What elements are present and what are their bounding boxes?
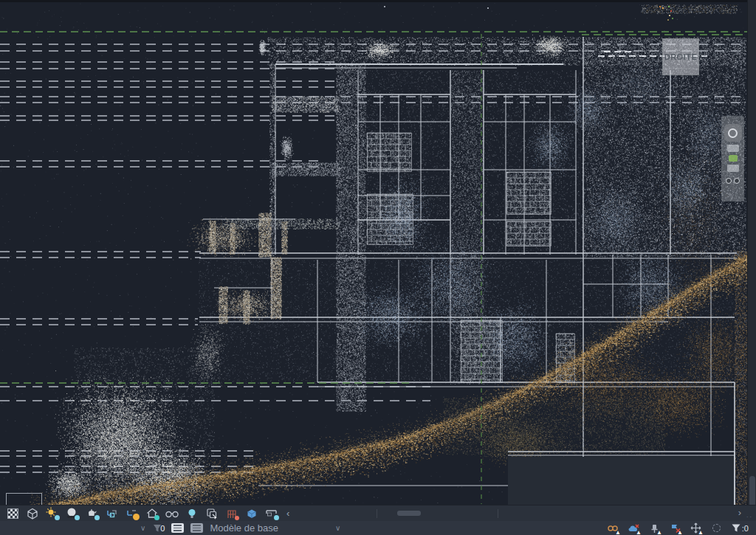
pan-icon[interactable] (727, 145, 739, 152)
sun-light-icon[interactable] (45, 506, 60, 521)
status-left-group: ∨ 0 Modèle de base ∨ (140, 521, 340, 535)
solid-cube-icon[interactable] (244, 506, 259, 521)
filter-icon[interactable]: :0 (731, 523, 749, 533)
close-icon[interactable]: × (738, 117, 742, 123)
view-edit-list-icon[interactable] (190, 523, 203, 533)
pointcloud-density-icon[interactable] (5, 506, 20, 521)
move-cursor-icon[interactable]: ▲ (690, 522, 702, 534)
horizontal-scrollbar[interactable]: › .. (295, 505, 756, 521)
selection-cycling-icon[interactable] (710, 522, 723, 534)
annotation-scale-icon[interactable]: 0 (152, 523, 165, 533)
sphere-light-icon[interactable] (65, 506, 80, 521)
view-list-icon[interactable] (171, 523, 184, 533)
window-top-edge (0, 0, 756, 2)
glasses-icon[interactable] (165, 506, 179, 521)
status-right-group: ▲ ▲ ▲ ▲ ▲ :0 (607, 521, 749, 535)
link-selection-icon[interactable]: ▲ (607, 522, 619, 534)
flag-off-icon[interactable]: ▲ (669, 522, 681, 534)
scroll-right-arrow[interactable]: › (738, 507, 741, 518)
copy-objects-icon[interactable] (205, 506, 219, 521)
resize-grip: .. (746, 511, 753, 519)
corner-snap-target-icon[interactable] (125, 506, 140, 521)
navigation-bar: × (721, 116, 744, 201)
orbit-icon[interactable] (727, 165, 739, 172)
teapot-render-icon[interactable] (85, 506, 100, 521)
cloud-off-icon[interactable]: ▲ (628, 522, 640, 534)
filter-count: :0 (742, 524, 749, 533)
structure-grid-icon[interactable] (224, 506, 239, 521)
view-selector-chevron-icon[interactable]: ∨ (335, 524, 340, 532)
bulb-icon[interactable] (185, 506, 199, 521)
status-bar: ∨ 0 Modèle de base ∨ ▲ ▲ ▲ ▲ (0, 521, 756, 535)
viewcube-face-label: DROITE (664, 52, 698, 61)
navigation-wheel-icon[interactable] (724, 124, 742, 142)
showmotion-icon[interactable] (726, 178, 740, 184)
horizontal-scrollbar-thumb[interactable] (397, 511, 421, 516)
current-view-label[interactable]: Modèle de base (210, 522, 278, 534)
wireframe-cube-icon[interactable] (25, 506, 40, 521)
corner-snap-icon[interactable] (105, 506, 120, 521)
toolbar-collapse-button[interactable]: ‹ (286, 508, 289, 519)
annotation-scale-value: 0 (160, 524, 165, 533)
home-lock-icon[interactable] (145, 506, 159, 521)
pin-icon[interactable]: ▲ (648, 522, 661, 534)
vertical-scrollbar[interactable] (747, 0, 756, 505)
chevron-down-icon[interactable]: ∨ (140, 524, 145, 532)
cad-application-window: { "viewcube": {"label": "DROITE"}, "navb… (0, 0, 756, 535)
bottom-toolbar: ‹ › .. (0, 505, 756, 521)
section-plane-icon[interactable] (264, 506, 279, 521)
viewcube[interactable]: DROITE (662, 38, 699, 75)
zoom-icon[interactable] (729, 155, 738, 162)
